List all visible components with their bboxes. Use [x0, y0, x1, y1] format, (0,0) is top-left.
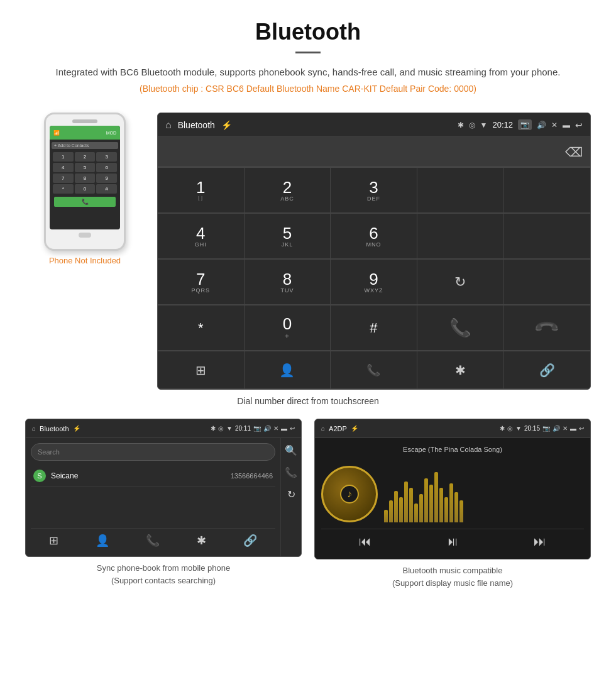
- contact-row-seicane[interactable]: S Seicane 13566664466: [31, 466, 275, 487]
- key-8[interactable]: 8 TUV: [245, 260, 331, 305]
- vol-icon-mu[interactable]: 🔊: [553, 425, 560, 432]
- home-icon-mu[interactable]: ⌂: [321, 425, 325, 432]
- refresh-button[interactable]: ↻: [417, 260, 504, 305]
- viz-bar: [454, 492, 458, 522]
- viz-bar: [384, 510, 388, 522]
- dial-key-4[interactable]: 4: [53, 163, 74, 172]
- dialer-topbar-left: ⌂ Bluetooth ⚡: [165, 119, 232, 131]
- dialer-topbar-right: ✱ ◎ ▼ 20:12 📷 🔊 ✕ ▬ ↩: [458, 119, 583, 130]
- phonebook-search[interactable]: Search: [31, 443, 275, 461]
- grid-icon-pb[interactable]: ⊞: [49, 534, 58, 548]
- back-icon-mu[interactable]: ↩: [579, 425, 584, 432]
- bluetooth-status-icon: ✱: [458, 121, 464, 129]
- music-screenshot-block: ⌂ A2DP ⚡ ✱ ◎ ▼ 20:15 📷 🔊 ✕ ▬ ↩ E: [314, 419, 591, 589]
- disc-inner: ♪: [340, 485, 359, 504]
- key-2[interactable]: 2 ABC: [245, 168, 331, 213]
- music-topbar-right: ✱ ◎ ▼ 20:15 📷 🔊 ✕ ▬ ↩: [500, 425, 584, 432]
- back-icon-pb[interactable]: ↩: [290, 425, 295, 432]
- key-4[interactable]: 4 GHI: [158, 214, 245, 259]
- search-side-icon[interactable]: 🔍: [285, 444, 297, 456]
- key-7[interactable]: 7 PQRS: [158, 260, 245, 305]
- dial-key-star[interactable]: *: [53, 184, 74, 194]
- empty-cell-1: [417, 168, 504, 213]
- dial-key-2[interactable]: 2: [75, 152, 96, 162]
- home-icon-pb[interactable]: ⌂: [32, 425, 36, 432]
- key-star[interactable]: *: [158, 305, 245, 351]
- dial-key-3[interactable]: 3: [96, 152, 117, 162]
- link-icon-button[interactable]: 🔗: [503, 351, 590, 389]
- cam-icon-pb[interactable]: 📷: [253, 425, 261, 432]
- call-side-icon[interactable]: 📞: [285, 466, 297, 478]
- dialer-caption: Dial number direct from touchscreen: [0, 396, 616, 406]
- backspace-button[interactable]: ⌫: [565, 145, 583, 160]
- loc-icon-pb: ◎: [218, 425, 224, 432]
- x-icon-pb[interactable]: ✕: [273, 425, 278, 432]
- phone-icon-pb[interactable]: 📞: [146, 534, 160, 548]
- refresh-side-icon[interactable]: ↻: [287, 488, 295, 500]
- viz-bar: [409, 488, 413, 522]
- viz-bar: [394, 491, 398, 522]
- screen-icon[interactable]: ▬: [563, 121, 570, 129]
- contacts-icon-button[interactable]: 👤: [245, 351, 331, 389]
- phone-screen-content: + Add to Contacts 1 2 3 4 5 6 7 8 9: [50, 140, 120, 209]
- vol-icon-pb[interactable]: 🔊: [263, 425, 271, 432]
- key-3[interactable]: 3 DEF: [331, 168, 417, 213]
- screen-icon-mu[interactable]: ▬: [570, 425, 576, 432]
- viz-bar: [419, 494, 423, 522]
- next-track-button[interactable]: ⏭: [534, 534, 546, 549]
- phonebook-side-icons: 🔍 📞 ↻: [280, 438, 301, 556]
- key-9[interactable]: 9 WXYZ: [331, 260, 417, 305]
- mu-time: 20:15: [524, 425, 540, 432]
- bluetooth-icon-button[interactable]: ✱: [417, 351, 504, 389]
- phone-call-button[interactable]: 📞: [54, 197, 116, 207]
- key-5[interactable]: 5 JKL: [245, 214, 331, 259]
- green-call-button[interactable]: 📞: [417, 305, 504, 351]
- cam-icon-mu[interactable]: 📷: [542, 425, 550, 432]
- dial-key-9[interactable]: 9: [96, 173, 117, 183]
- screen-icon-pb[interactable]: ▬: [281, 425, 287, 432]
- page-header: Bluetooth Integrated with BC6 Bluetooth …: [0, 0, 616, 100]
- call-log-icon-button[interactable]: 📞: [331, 351, 417, 389]
- x-icon-mu[interactable]: ✕: [563, 425, 568, 432]
- red-call-button[interactable]: 📞: [503, 305, 590, 351]
- bt-icon-bottom-pb[interactable]: ✱: [197, 534, 206, 548]
- play-pause-button[interactable]: ⏯: [446, 534, 459, 549]
- phonebook-main-content: Search S Seicane 13566664466 ⊞ 👤 📞 ✱ 🔗: [26, 438, 280, 556]
- volume-icon[interactable]: 🔊: [537, 121, 546, 129]
- usb-icon: ⚡: [221, 120, 232, 130]
- phone-screen-top: 📶 MOD: [50, 126, 120, 140]
- dialer-row-4: * 0 + # 📞 📞: [158, 305, 590, 351]
- home-icon[interactable]: ⌂: [165, 119, 172, 131]
- key-0[interactable]: 0 +: [245, 305, 331, 351]
- dial-key-5[interactable]: 5: [75, 163, 96, 172]
- dial-key-6[interactable]: 6: [96, 163, 117, 172]
- phonebook-caption: Sync phone-book from mobile phone (Suppo…: [97, 562, 230, 586]
- key-1[interactable]: 1 ⌊⌋: [158, 168, 245, 213]
- dialer-screen: ⌂ Bluetooth ⚡ ✱ ◎ ▼ 20:12 📷 🔊 ✕ ▬ ↩ ⌫: [157, 113, 591, 390]
- phone-speaker: [72, 119, 97, 123]
- dial-key-1[interactable]: 1: [53, 152, 74, 162]
- key-hash[interactable]: #: [331, 305, 417, 351]
- dial-key-8[interactable]: 8: [75, 173, 96, 183]
- wifi-icon-mu: ▼: [515, 425, 522, 432]
- dial-key-hash[interactable]: #: [96, 184, 117, 194]
- x-icon[interactable]: ✕: [551, 121, 558, 129]
- phone-contact-bar: + Add to Contacts: [52, 142, 118, 149]
- key-6[interactable]: 6 MNO: [331, 214, 417, 259]
- empty-cell-4: [503, 214, 590, 259]
- music-controls: ⏮ ⏯ ⏭: [321, 529, 584, 551]
- dialpad-icon-button[interactable]: ⊞: [158, 351, 245, 389]
- link-icon-pb[interactable]: 🔗: [243, 534, 257, 548]
- phonebook-content-wrapper: Search S Seicane 13566664466 ⊞ 👤 📞 ✱ 🔗: [26, 438, 301, 556]
- page-description: Integrated with BC6 Bluetooth module, su…: [38, 65, 578, 80]
- prev-track-button[interactable]: ⏮: [359, 534, 371, 549]
- dial-key-0[interactable]: 0: [75, 184, 96, 194]
- phonebook-topbar-right: ✱ ◎ ▼ 20:11 📷 🔊 ✕ ▬ ↩: [211, 425, 295, 432]
- back-icon[interactable]: ↩: [575, 120, 583, 130]
- camera-icon[interactable]: 📷: [518, 119, 532, 130]
- phonebook-frame: ⌂ Bluetooth ⚡ ✱ ◎ ▼ 20:11 📷 🔊 ✕ ▬ ↩: [25, 419, 302, 557]
- phone-home-button[interactable]: [79, 233, 91, 238]
- dial-key-7[interactable]: 7: [53, 173, 74, 183]
- usb-icon-mu: ⚡: [351, 425, 358, 432]
- person-icon-pb[interactable]: 👤: [96, 534, 109, 548]
